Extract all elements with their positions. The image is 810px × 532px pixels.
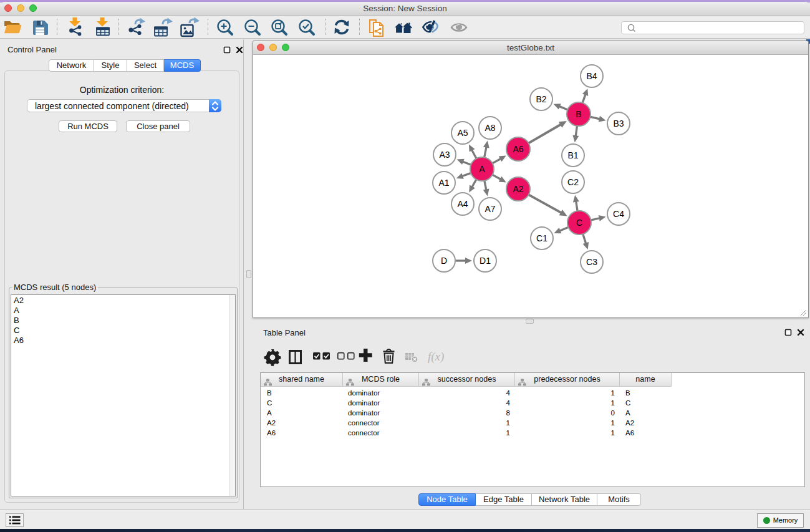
svg-text:A8: A8 [485,123,495,133]
svg-text:A1: A1 [438,178,449,188]
svg-text:C4: C4 [613,209,624,219]
svg-text:A4: A4 [457,199,468,209]
svg-text:B4: B4 [586,71,597,81]
svg-text:C1: C1 [536,233,547,243]
svg-text:f(x): f(x) [428,350,444,364]
svg-text:B2: B2 [536,94,546,104]
svg-text:D: D [441,256,447,266]
svg-text:B: B [576,109,581,119]
svg-text:A5: A5 [457,128,468,138]
svg-text:A6: A6 [513,144,523,154]
svg-text:C: C [576,218,582,228]
svg-text:C2: C2 [567,177,579,187]
svg-text:A3: A3 [439,150,450,160]
svg-text:A7: A7 [485,204,495,214]
svg-text:C3: C3 [586,257,597,267]
svg-text:A: A [479,164,485,174]
svg-text:B1: B1 [567,150,578,160]
svg-text:B3: B3 [613,118,624,128]
svg-text:A2: A2 [513,184,523,194]
svg-text:D1: D1 [480,256,491,266]
